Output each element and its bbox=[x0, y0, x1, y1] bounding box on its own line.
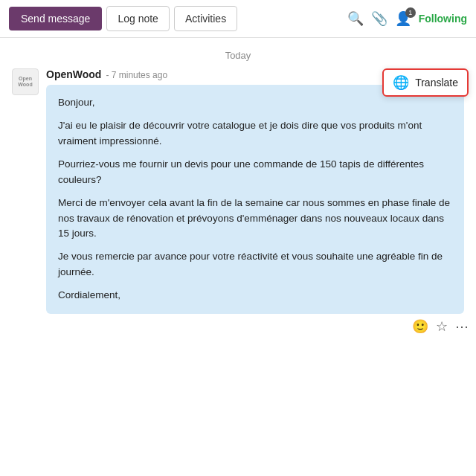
message-time: - 7 minutes ago bbox=[106, 70, 167, 80]
search-icon[interactable]: 🔍 bbox=[347, 10, 364, 27]
avatar-image: Open Wood bbox=[13, 69, 38, 94]
star-icon[interactable]: ☆ bbox=[436, 318, 448, 335]
message-paragraph-1: Bonjour, bbox=[58, 95, 452, 111]
toolbar: Send message Log note Activities 🔍 📎 👤 1… bbox=[0, 0, 476, 38]
message-container: Open Wood OpenWood - 7 minutes ago Bonjo… bbox=[0, 68, 476, 314]
follower-count-badge: 1 bbox=[405, 7, 416, 18]
translate-icon: 🌐 bbox=[393, 74, 409, 91]
message-paragraph-3: Pourriez-vous me fournir un devis pour u… bbox=[58, 157, 452, 188]
follower-icon[interactable]: 👤 1 bbox=[395, 10, 411, 27]
message-paragraph-5: Je vous remercie par avance pour votre r… bbox=[58, 249, 452, 280]
today-label: Today bbox=[225, 50, 251, 61]
translate-label: Translate bbox=[415, 77, 458, 89]
message-paragraph-4: Merci de m'envoyer cela avant la fin de … bbox=[58, 196, 452, 242]
emoji-reaction-icon[interactable]: 🙂 bbox=[412, 318, 428, 335]
translate-popup[interactable]: 🌐 Translate bbox=[382, 68, 469, 97]
log-note-button[interactable]: Log note bbox=[106, 6, 170, 31]
more-options-icon[interactable]: ⋯ bbox=[455, 318, 469, 335]
today-divider: Today bbox=[0, 38, 476, 68]
message-bubble: Bonjour, J'ai eu le plaisir de découvrir… bbox=[46, 85, 464, 314]
message-body: OpenWood - 7 minutes ago Bonjour, J'ai e… bbox=[46, 68, 464, 314]
paperclip-icon[interactable]: 📎 bbox=[371, 10, 387, 27]
following-button[interactable]: Following bbox=[419, 13, 467, 25]
message-paragraph-6: Cordialement, bbox=[58, 288, 452, 303]
message-paragraph-2: J'ai eu le plaisir de découvrir votre ca… bbox=[58, 118, 452, 149]
activities-button[interactable]: Activities bbox=[174, 6, 237, 31]
send-message-button[interactable]: Send message bbox=[9, 7, 102, 30]
action-icons-row: 🙂 ☆ ⋯ bbox=[0, 314, 476, 335]
toolbar-icons: 🔍 📎 👤 1 Following bbox=[347, 10, 467, 27]
avatar: Open Wood bbox=[12, 68, 39, 95]
message-author: OpenWood bbox=[46, 68, 101, 80]
